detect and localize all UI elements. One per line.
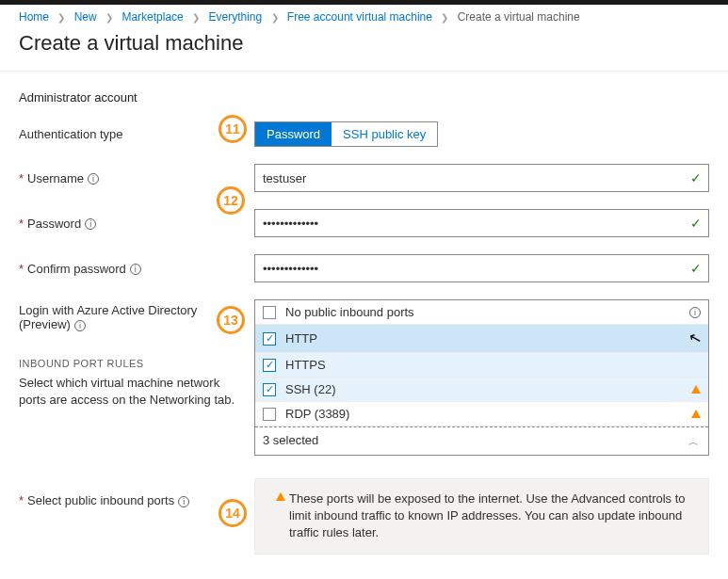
required-mark: * xyxy=(19,171,24,185)
inbound-rules-desc: Select which virtual machine network por… xyxy=(19,375,245,409)
port-http-label: HTTP xyxy=(285,331,632,346)
port-none-label: No public inbound ports xyxy=(285,305,686,319)
port-option-http[interactable]: ✓ HTTP ↖ xyxy=(255,325,708,353)
auth-password-option[interactable]: Password xyxy=(255,122,332,146)
ports-summary-text: 3 selected xyxy=(263,433,318,447)
breadcrumb: Home ❯ New ❯ Marketplace ❯ Everything ❯ … xyxy=(0,5,728,27)
port-option-ssh[interactable]: ✓ SSH (22) xyxy=(255,378,708,402)
info-icon[interactable]: i xyxy=(88,173,99,185)
checkbox-checked-icon: ✓ xyxy=(263,359,276,372)
chevron-up-icon: ︿ xyxy=(688,428,699,455)
chevron-right-icon: ❯ xyxy=(57,12,65,23)
callout-badge-11: 11 xyxy=(218,115,247,143)
ports-warning-text: These ports will be exposed to the inter… xyxy=(289,491,697,542)
auth-ssh-option[interactable]: SSH public key xyxy=(332,122,437,146)
login-aad-label: Login with Azure Active Directory (Previ… xyxy=(19,303,197,331)
select-ports-label: Select public inbound ports xyxy=(27,493,174,507)
port-rdp-label: RDP (3389) xyxy=(285,407,686,421)
check-icon: ✓ xyxy=(690,170,702,185)
section-heading: Administrator account xyxy=(19,90,709,105)
checkbox-checked-icon: ✓ xyxy=(263,332,276,346)
required-mark: * xyxy=(19,217,24,231)
confirm-password-label: Confirm password xyxy=(27,262,126,276)
info-icon[interactable]: i xyxy=(85,218,96,230)
chevron-right-icon: ❯ xyxy=(192,12,200,23)
chevron-right-icon: ❯ xyxy=(441,12,448,23)
port-option-none[interactable]: No public inbound ports i xyxy=(255,300,708,325)
breadcrumb-everything[interactable]: Everything xyxy=(208,10,262,24)
password-label: Password xyxy=(27,217,81,231)
checkbox-icon xyxy=(263,408,276,421)
username-label: Username xyxy=(27,171,84,185)
breadcrumb-free-vm[interactable]: Free account virtual machine xyxy=(287,10,432,24)
ports-summary[interactable]: 3 selected ︿ xyxy=(255,426,708,455)
auth-type-segmented[interactable]: Password SSH public key xyxy=(254,121,438,147)
required-mark: * xyxy=(19,262,24,276)
breadcrumb-new[interactable]: New xyxy=(74,10,97,24)
chevron-right-icon: ❯ xyxy=(105,12,113,23)
warning-icon xyxy=(691,410,701,418)
port-https-label: HTTPS xyxy=(285,358,701,372)
port-option-https[interactable]: ✓ HTTPS xyxy=(255,353,708,378)
checkbox-checked-icon: ✓ xyxy=(263,383,276,396)
page-title: Create a virtual machine xyxy=(0,27,728,72)
info-icon[interactable]: i xyxy=(130,264,141,275)
inbound-rules-title: INBOUND PORT RULES xyxy=(19,358,245,369)
info-icon[interactable]: i xyxy=(74,320,86,331)
breadcrumb-home[interactable]: Home xyxy=(19,10,49,24)
warning-icon xyxy=(276,492,285,501)
breadcrumb-marketplace[interactable]: Marketplace xyxy=(121,10,183,24)
port-ssh-label: SSH (22) xyxy=(285,382,686,396)
inbound-ports-dropdown[interactable]: No public inbound ports i ✓ HTTP ↖ ✓ HTT… xyxy=(254,299,709,456)
check-icon: ✓ xyxy=(690,216,702,231)
callout-badge-12: 12 xyxy=(217,186,245,215)
required-mark: * xyxy=(19,493,24,507)
info-icon[interactable]: i xyxy=(689,307,701,318)
warning-icon xyxy=(691,385,701,394)
password-input[interactable] xyxy=(254,209,709,237)
ports-warning-box: These ports will be exposed to the inter… xyxy=(254,478,709,555)
callout-badge-14: 14 xyxy=(218,499,247,527)
checkbox-icon xyxy=(263,306,276,319)
confirm-password-input[interactable] xyxy=(254,254,709,282)
chevron-right-icon: ❯ xyxy=(271,12,279,23)
info-icon[interactable]: i xyxy=(178,496,189,507)
port-option-rdp[interactable]: RDP (3389) xyxy=(255,402,708,426)
cursor-icon: ↖ xyxy=(687,329,703,349)
username-input[interactable] xyxy=(254,164,709,192)
callout-badge-13: 13 xyxy=(217,306,245,334)
breadcrumb-current: Create a virtual machine xyxy=(458,10,580,24)
check-icon: ✓ xyxy=(690,261,702,276)
